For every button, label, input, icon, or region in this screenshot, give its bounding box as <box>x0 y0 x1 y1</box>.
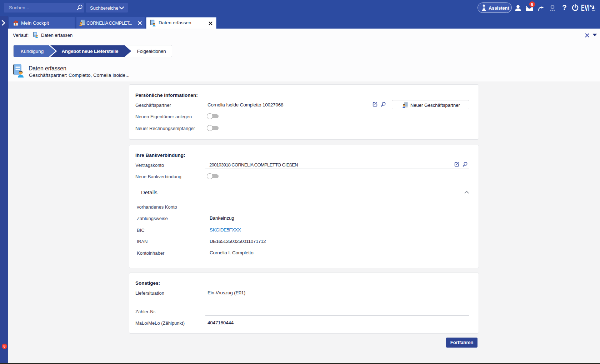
svg-text:Kündigung: Kündigung <box>21 49 44 54</box>
svg-text:Angebot neue Lieferstelle: Angebot neue Lieferstelle <box>62 49 119 54</box>
svg-text:Folgeaktionen: Folgeaktionen <box>137 49 166 54</box>
